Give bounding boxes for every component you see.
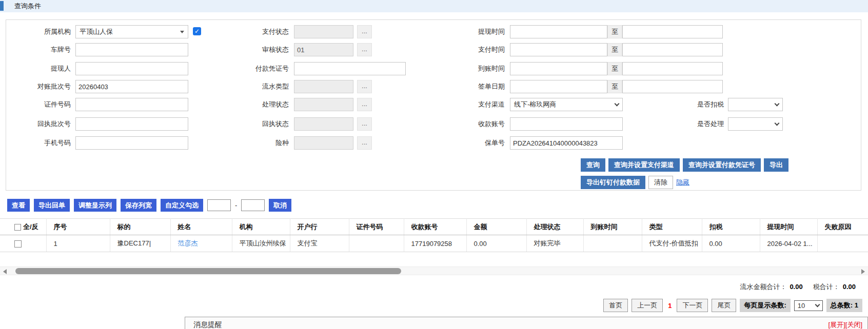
adjust-columns-button[interactable]: 调整显示列 [74, 199, 116, 212]
col-seq: 序号 [46, 219, 110, 235]
message-panel-title: 消息提醒 [193, 320, 222, 329]
audit-status-picker-button[interactable]: ... [357, 43, 372, 56]
select-all-checkbox[interactable] [14, 224, 21, 231]
policy-no-input[interactable] [510, 136, 623, 150]
chevron-down-icon [615, 101, 620, 106]
sign-date-to-separator: 至 [607, 80, 622, 93]
receive-account-input[interactable] [510, 117, 623, 131]
results-table: 全/反 序号 标的 姓名 机构 开户行 证件号码 收款账号 金额 处理状态 到账… [0, 218, 868, 252]
recon-batch-label: 对账批次号 [6, 80, 71, 93]
cell-name-link[interactable]: 范彦杰 [178, 239, 198, 247]
message-reminder-panel: 消息提醒 [展开][关闭] [185, 317, 868, 329]
plate-label: 车牌号 [6, 43, 71, 56]
org-checkbox[interactable]: ✓ [193, 27, 201, 35]
cell-id-no [349, 235, 404, 252]
pay-status-picker-button[interactable]: ... [357, 25, 372, 38]
flow-total-value: 0.00 [790, 283, 802, 291]
mobile-input[interactable] [75, 136, 188, 150]
export-button[interactable]: 导出 [764, 158, 788, 172]
tax-total-label: 税合计： [813, 283, 840, 291]
table-row: 1 豫DEC177| 范彦杰 平顶山汝州续保 支付宝 17719079258 0… [0, 235, 868, 252]
save-col-width-button[interactable]: 保存列宽 [121, 199, 156, 212]
col-fail-reason: 失败原因 [817, 219, 868, 235]
cell-fail-reason [817, 235, 868, 252]
flow-type-label: 流水类型 [211, 80, 289, 93]
prev-page-button[interactable]: 上一页 [632, 299, 663, 312]
pay-time-from-input[interactable] [510, 43, 607, 56]
page-title: 查询条件 [14, 0, 41, 12]
dropdown-triangle-icon [180, 31, 184, 33]
close-link[interactable]: [关闭] [845, 321, 862, 328]
sign-date-to-input[interactable] [622, 80, 723, 93]
scrollbar-thumb[interactable] [15, 268, 401, 274]
query-set-voucher-button[interactable]: 查询并设置付款凭证号 [683, 158, 761, 172]
org-select[interactable]: 平顶山人保 [75, 25, 188, 38]
pay-status-label: 支付状态 [211, 25, 289, 38]
col-status: 处理状态 [526, 219, 583, 235]
total-count-label: 总条数: 1 [826, 299, 862, 312]
processed-label: 是否处理 [668, 117, 724, 131]
scroll-left-icon[interactable] [3, 269, 7, 274]
export-dingtalk-button[interactable]: 导出钉钉付款数据 [581, 176, 645, 189]
pay-channel-select[interactable]: 线下-榕玖网商 [510, 98, 623, 111]
cancel-button[interactable]: 取消 [269, 199, 291, 212]
audit-status-input [294, 43, 353, 56]
row-checkbox[interactable] [14, 240, 22, 248]
range-to-input[interactable] [241, 199, 265, 211]
receipt-batch-input[interactable] [75, 117, 188, 131]
tax-deduct-select[interactable] [728, 98, 783, 111]
sign-date-from-input[interactable] [510, 80, 607, 93]
withdraw-time-to-input[interactable] [622, 25, 723, 38]
col-arrival-time: 到账时间 [583, 219, 642, 235]
plate-input[interactable] [75, 43, 188, 56]
withdraw-time-label: 提现时间 [442, 25, 505, 38]
flow-type-input [294, 80, 353, 93]
cell-seq: 1 [46, 235, 110, 252]
cell-account: 17719079258 [404, 235, 466, 252]
pay-channel-label: 支付渠道 [442, 98, 505, 111]
range-from-input[interactable] [207, 199, 231, 211]
withdrawer-label: 提现人 [6, 62, 71, 75]
processed-select[interactable] [728, 117, 783, 131]
next-page-button[interactable]: 下一页 [677, 299, 708, 312]
view-button[interactable]: 查看 [7, 199, 30, 212]
process-status-picker-button[interactable]: ... [357, 98, 372, 111]
title-accent-bar [0, 1, 4, 11]
id-number-input[interactable] [75, 98, 188, 111]
hide-link[interactable]: 隐藏 [676, 176, 689, 189]
flow-type-picker-button[interactable]: ... [357, 80, 372, 93]
audit-status-label: 审核状态 [211, 43, 289, 56]
custom-select-button[interactable]: 自定义勾选 [161, 199, 203, 212]
withdrawer-input[interactable] [75, 62, 188, 75]
tax-deduct-label: 是否扣税 [668, 98, 724, 111]
query-button[interactable]: 查询 [581, 158, 605, 172]
org-select-value: 平顶山人保 [80, 27, 113, 36]
query-conditions-panel: 所属机构 平顶山人保 ✓ 支付状态 ... 提现时间 至 车牌号 审核状态 ..… [6, 19, 861, 191]
arrival-time-from-input[interactable] [510, 62, 607, 75]
pay-channel-select-value: 线下-榕玖网商 [514, 100, 556, 109]
cell-status: 对账完毕 [526, 235, 583, 252]
arrival-time-to-input[interactable] [622, 62, 723, 75]
receipt-status-label: 回执状态 [211, 117, 289, 131]
scroll-right-icon[interactable] [861, 269, 865, 274]
pay-time-to-separator: 至 [607, 43, 622, 56]
first-page-button[interactable]: 首页 [603, 299, 628, 312]
query-set-channel-button[interactable]: 查询并设置支付渠道 [608, 158, 680, 172]
withdraw-time-from-input[interactable] [510, 25, 607, 38]
cell-tax: 0.00 [702, 235, 760, 252]
last-page-button[interactable]: 尾页 [712, 299, 736, 312]
clear-button[interactable]: 清除 [648, 176, 673, 189]
voucher-no-input[interactable] [294, 62, 406, 75]
pay-time-to-input[interactable] [622, 43, 723, 56]
expand-link[interactable]: [展开] [828, 321, 845, 328]
page-size-label: 每页显示条数: [740, 299, 790, 312]
col-subject: 标的 [110, 219, 170, 235]
cell-withdraw-time: 2026-04-02 1... [760, 235, 817, 252]
export-receipt-button[interactable]: 导出回单 [34, 199, 70, 212]
recon-batch-input[interactable] [75, 80, 188, 93]
cell-arrival-time [583, 235, 642, 252]
insurance-picker-button[interactable]: ... [357, 136, 372, 150]
page-size-select[interactable]: 10 [794, 300, 823, 311]
horizontal-scrollbar[interactable] [0, 266, 868, 275]
receipt-status-picker-button[interactable]: ... [357, 117, 372, 131]
